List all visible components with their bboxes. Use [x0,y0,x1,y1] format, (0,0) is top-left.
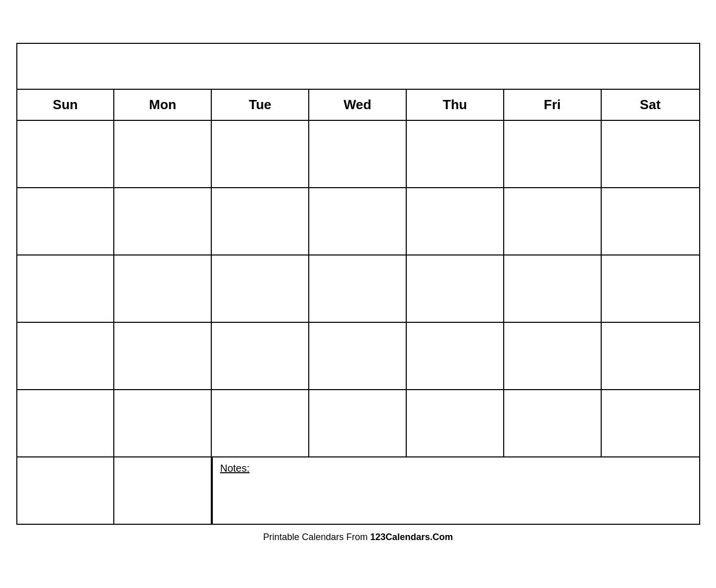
cell-4-2[interactable] [114,323,212,389]
header-thu: Thu [407,90,504,120]
cell-5-2[interactable] [114,390,212,456]
calendar-header: Sun Mon Tue Wed Thu Fri Sat [17,90,699,121]
cell-5-7[interactable] [602,390,699,456]
notes-cell-1[interactable] [17,457,115,524]
cell-3-7[interactable] [602,255,699,322]
calendar-title-row [17,44,699,90]
cell-2-7[interactable] [602,188,699,254]
cell-2-6[interactable] [504,188,602,254]
cell-3-5[interactable] [407,255,504,322]
cell-3-6[interactable] [504,255,602,322]
cell-5-3[interactable] [212,390,309,456]
cell-5-6[interactable] [504,390,602,456]
cell-3-1[interactable] [17,255,115,322]
calendar-wrapper: Sun Mon Tue Wed Thu Fri Sat [16,43,700,546]
header-wed: Wed [309,90,407,120]
cell-2-2[interactable] [114,188,212,254]
cell-1-7[interactable] [602,121,699,187]
header-sat: Sat [602,90,699,120]
cell-3-3[interactable] [212,255,309,322]
cell-2-5[interactable] [407,188,504,254]
cell-5-4[interactable] [309,390,407,456]
week-row-4 [17,323,699,390]
calendar-body: Notes: [17,121,699,524]
notes-content-area: Notes: [212,457,699,524]
cell-2-3[interactable] [212,188,309,254]
cell-2-1[interactable] [17,188,115,254]
cell-5-5[interactable] [407,390,504,456]
cell-2-4[interactable] [309,188,407,254]
cell-3-4[interactable] [309,255,407,322]
header-sun: Sun [17,90,115,120]
notes-row: Notes: [17,457,699,524]
cell-1-4[interactable] [309,121,407,187]
cell-4-7[interactable] [602,323,699,389]
cell-4-6[interactable] [504,323,602,389]
cell-4-3[interactable] [212,323,309,389]
cell-1-5[interactable] [407,121,504,187]
cell-4-4[interactable] [309,323,407,389]
cell-1-3[interactable] [212,121,309,187]
footer-text-normal: Printable Calendars From [263,532,370,542]
header-mon: Mon [114,90,212,120]
cell-3-2[interactable] [114,255,212,322]
footer-text-bold: 123Calendars.Com [371,532,453,542]
week-row-5 [17,390,699,457]
cell-5-1[interactable] [17,390,115,456]
week-row-2 [17,188,699,255]
footer: Printable Calendars From 123Calendars.Co… [16,525,700,546]
week-row-1 [17,121,699,188]
header-tue: Tue [212,90,309,120]
week-row-3 [17,255,699,323]
notes-label: Notes: [220,463,250,474]
cell-1-1[interactable] [17,121,115,187]
cell-1-2[interactable] [114,121,212,187]
cell-1-6[interactable] [504,121,602,187]
header-fri: Fri [504,90,602,120]
cell-4-5[interactable] [407,323,504,389]
cell-4-1[interactable] [17,323,115,389]
calendar-container: Sun Mon Tue Wed Thu Fri Sat [16,43,700,525]
notes-cell-2[interactable] [114,457,212,524]
